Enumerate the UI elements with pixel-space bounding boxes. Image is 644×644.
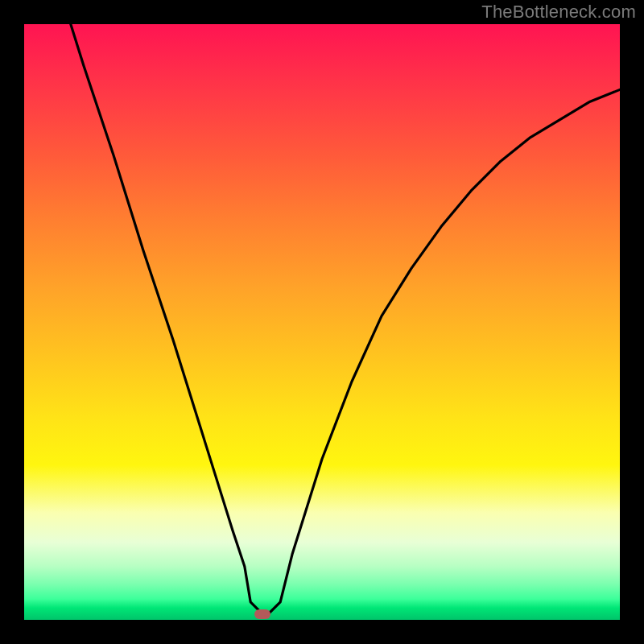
canvas-root: TheBottleneck.com [0,0,644,644]
optimal-point-marker [254,609,270,619]
bottleneck-curve [24,24,620,620]
plot-frame [24,24,620,620]
watermark-text: TheBottleneck.com [481,2,636,23]
plot-area [24,24,620,620]
curve-path [24,24,620,614]
